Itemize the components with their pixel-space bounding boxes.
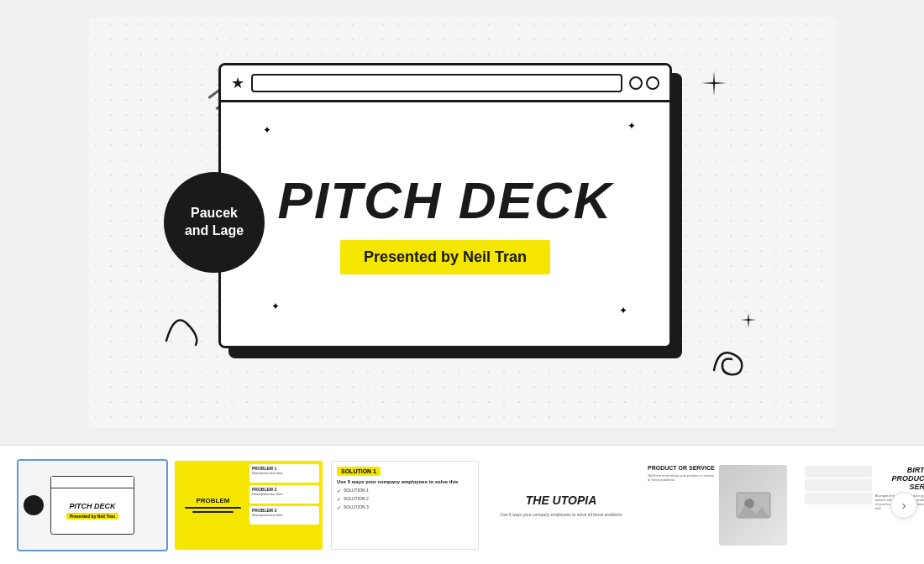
thumbnail-4[interactable]: THE UTOPIA Use 5 ways your company emplo… bbox=[486, 459, 637, 551]
thumb3-item2: ✓ SOLUTION 2 bbox=[337, 496, 473, 502]
thumbnail-3[interactable]: SOLUTION 1 Use 5 ways your company emplo… bbox=[329, 459, 480, 551]
thumb4-text: Use 5 ways your company employees to sol… bbox=[501, 512, 622, 517]
thumbnail-5[interactable]: PRODUCT OR SERVICE Tell them more about … bbox=[642, 459, 793, 551]
thumb5-left: PRODUCT OR SERVICE Tell them more about … bbox=[648, 465, 716, 546]
deco-curl bbox=[162, 307, 208, 352]
thumb3-item1: ✓ SOLUTION 1 bbox=[337, 488, 473, 494]
presenter-label: Presented by Neil Tran bbox=[340, 240, 550, 274]
toolbar-circles bbox=[629, 76, 659, 90]
thumb2-line2 bbox=[192, 511, 234, 513]
star-icon: ★ bbox=[231, 74, 244, 92]
thumb2-card2: PROBLEM 2 Description text here bbox=[249, 485, 319, 504]
inner-sparkle-right-bottom: ✦ bbox=[619, 305, 627, 316]
check-icon-1: ✓ bbox=[337, 488, 341, 494]
thumb5-right bbox=[719, 465, 787, 546]
toolbar-circle-2 bbox=[646, 76, 659, 90]
thumb1-inner: PITCH DECK Presented by Neil Tran bbox=[18, 461, 166, 550]
address-bar bbox=[251, 74, 622, 92]
thumb1-browser: PITCH DECK Presented by Neil Tran bbox=[50, 476, 134, 535]
inner-sparkle-right-top: ✦ bbox=[627, 120, 636, 132]
thumb3-item2-text: SOLUTION 2 bbox=[344, 496, 369, 501]
inner-sparkle-left: ✦ bbox=[263, 124, 271, 136]
pitch-deck-title: PITCH DECK bbox=[278, 175, 613, 227]
thumbnail-1[interactable]: PITCH DECK Presented by Neil Tran bbox=[17, 459, 168, 551]
thumb3-items: ✓ SOLUTION 1 ✓ SOLUTION 2 ✓ SOLUTION 3 bbox=[337, 488, 473, 510]
thumb6-card2 bbox=[805, 479, 872, 491]
thumb5-label: PRODUCT OR SERVICE bbox=[648, 465, 716, 471]
thumb3-item3-text: SOLUTION 3 bbox=[344, 504, 369, 509]
thumb6-card3 bbox=[805, 493, 872, 504]
thumb2-card3: PROBLEM 3 Description text here bbox=[249, 506, 319, 525]
thumb2-layout: PROBLEM PROBLEM 1 Description text here … bbox=[175, 461, 323, 550]
thumb2-card2-text: Description text here bbox=[252, 492, 317, 496]
thumb1-title: PITCH DECK bbox=[69, 502, 115, 510]
thumb3-layout: SOLUTION 1 Use 5 ways your company emplo… bbox=[332, 462, 478, 549]
browser-content: ✦ ✦ ✦ ✦ PITCH DECK Presented by Neil Tra… bbox=[221, 102, 669, 346]
check-icon-3: ✓ bbox=[337, 504, 341, 510]
thumb1-badge bbox=[24, 495, 44, 515]
thumb3-inner: SOLUTION 1 Use 5 ways your company emplo… bbox=[331, 461, 479, 550]
thumb5-image bbox=[719, 465, 787, 546]
deco-spiral bbox=[710, 341, 777, 382]
thumbnail-strip: PITCH DECK Presented by Neil Tran PROBLE… bbox=[0, 445, 924, 564]
thumb2-label: PROBLEM bbox=[178, 497, 248, 504]
thumb1-toolbar bbox=[51, 477, 134, 488]
thumb2-card1-text: Description text here bbox=[252, 471, 317, 475]
thumb3-item3: ✓ SOLUTION 3 bbox=[337, 504, 473, 510]
thumb2-left: PROBLEM bbox=[178, 464, 248, 546]
toolbar-circle-1 bbox=[629, 76, 643, 90]
thumb6-card1 bbox=[805, 466, 872, 478]
thumb4-layout: THE UTOPIA Use 5 ways your company emplo… bbox=[487, 461, 635, 550]
thumb2-card3-text: Description text here bbox=[252, 513, 317, 517]
thumb6-title: BIRTH OF PRODUCT OR SERVICE bbox=[875, 466, 924, 491]
next-arrow-button[interactable]: › bbox=[890, 492, 917, 519]
slide-container: Paucek and Lage ★ ✦ ✦ bbox=[88, 17, 836, 428]
thumb1-presenter: Presented by Neil Tran bbox=[66, 513, 118, 520]
thumb3-main: Use 5 ways your company employees to sol… bbox=[337, 479, 473, 484]
main-preview: Paucek and Lage ★ ✦ ✦ bbox=[0, 0, 924, 445]
thumb6-left bbox=[805, 466, 872, 545]
badge-line2: and Lage bbox=[185, 222, 244, 240]
thumb5-text: Tell them more about your product or ser… bbox=[648, 473, 716, 482]
thumb4-inner: THE UTOPIA Use 5 ways your company emplo… bbox=[487, 461, 635, 550]
check-icon-2: ✓ bbox=[337, 496, 341, 502]
thumb5-layout: PRODUCT OR SERVICE Tell them more about … bbox=[643, 461, 791, 550]
deco-sparkle-bottom-right bbox=[741, 313, 756, 332]
inner-sparkle-left-bottom: ✦ bbox=[271, 300, 280, 312]
thumb1-content: PITCH DECK Presented by Neil Tran bbox=[51, 488, 134, 534]
browser-sketch: ★ ✦ ✦ ✦ ✦ PITCH DECK Presented by Neil T… bbox=[218, 63, 706, 382]
browser-window: ★ ✦ ✦ ✦ ✦ PITCH DECK Presented by Neil T… bbox=[218, 63, 672, 348]
presenter-badge-circle: Paucek and Lage bbox=[164, 172, 265, 273]
browser-toolbar: ★ bbox=[221, 65, 669, 102]
thumb2-right: PROBLEM 1 Description text here PROBLEM … bbox=[249, 464, 319, 546]
thumb4-title: THE UTOPIA bbox=[526, 494, 597, 507]
badge-line1: Paucek bbox=[191, 205, 238, 222]
thumb3-header: SOLUTION 1 bbox=[337, 467, 381, 476]
thumb3-item1-text: SOLUTION 1 bbox=[344, 488, 369, 493]
thumb2-inner: PROBLEM PROBLEM 1 Description text here … bbox=[175, 461, 323, 550]
thumb2-line1 bbox=[185, 507, 240, 509]
thumbnail-2[interactable]: PROBLEM PROBLEM 1 Description text here … bbox=[173, 459, 324, 551]
thumb2-card1: PROBLEM 1 Description text here bbox=[249, 464, 319, 483]
browser-tab bbox=[263, 63, 330, 65]
thumb5-inner: PRODUCT OR SERVICE Tell them more about … bbox=[643, 461, 791, 550]
